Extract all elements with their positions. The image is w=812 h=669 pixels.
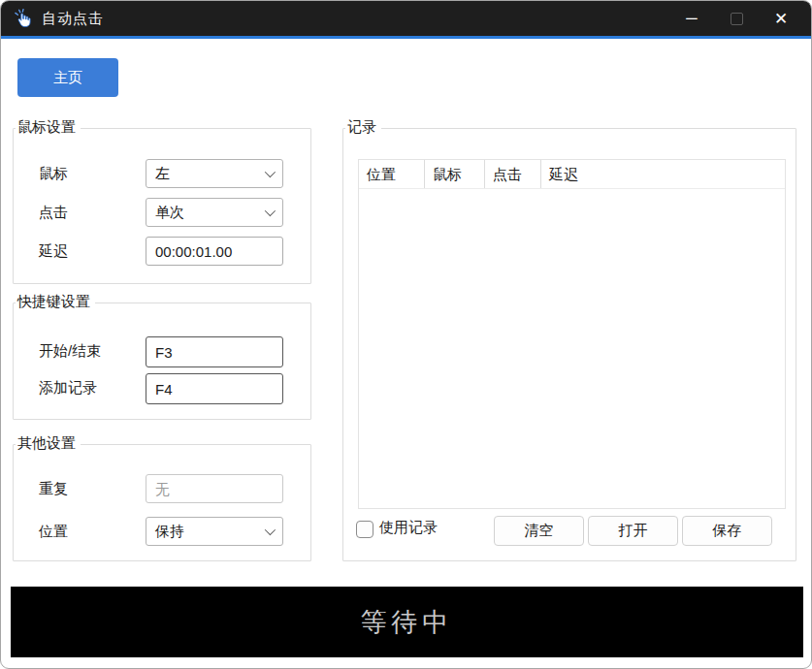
records-group: 记录 位置 鼠标 点击 延迟 使用记录 清空 打开 保存 — [342, 128, 796, 561]
delay-input[interactable] — [146, 237, 283, 266]
start-stop-label: 开始/结束 — [39, 342, 101, 361]
position-value: 保持 — [155, 523, 265, 541]
mouse-settings-group: 鼠标设置 鼠标 左 点击 单次 延迟 — [13, 128, 311, 284]
use-records-checkbox[interactable] — [356, 521, 374, 538]
other-settings-title: 其他设置 — [16, 434, 81, 453]
accent-divider — [1, 36, 811, 39]
window-title: 自动点击 — [42, 10, 104, 28]
hotkey-settings-title: 快捷键设置 — [16, 293, 95, 311]
column-header-click[interactable]: 点击 — [485, 160, 541, 188]
maximize-button — [714, 1, 759, 36]
chevron-down-icon — [265, 525, 276, 535]
clear-button[interactable]: 清空 — [494, 516, 584, 546]
click-hand-icon — [14, 9, 33, 28]
other-settings-group: 其他设置 重复 位置 保持 — [13, 444, 311, 561]
records-table-header: 位置 鼠标 点击 延迟 — [359, 160, 785, 189]
close-button[interactable]: ✕ — [759, 1, 803, 36]
mouse-button-value: 左 — [155, 165, 265, 183]
position-label: 位置 — [39, 523, 68, 541]
chevron-down-icon — [265, 206, 276, 216]
app-window: 自动点击 ─ ✕ 主页 鼠标设置 鼠标 左 点击 单次 延迟 — [0, 0, 812, 669]
mouse-button-select[interactable]: 左 — [146, 159, 283, 188]
delay-label: 延迟 — [39, 242, 68, 261]
click-type-value: 单次 — [155, 204, 265, 222]
close-icon: ✕ — [774, 9, 788, 29]
open-button[interactable]: 打开 — [588, 516, 678, 546]
column-header-delay[interactable]: 延迟 — [541, 160, 785, 188]
start-stop-hotkey-input[interactable] — [146, 336, 283, 367]
mouse-label: 鼠标 — [39, 165, 68, 183]
column-header-mouse[interactable]: 鼠标 — [425, 160, 485, 188]
add-record-label: 添加记录 — [39, 379, 97, 398]
records-title: 记录 — [345, 118, 381, 137]
column-header-position[interactable]: 位置 — [359, 160, 425, 188]
repeat-input[interactable] — [146, 474, 283, 503]
repeat-label: 重复 — [39, 480, 68, 498]
home-tab-button[interactable]: 主页 — [17, 58, 118, 97]
records-list-area[interactable] — [359, 189, 785, 508]
maximize-icon — [731, 13, 743, 25]
minimize-button[interactable]: ─ — [669, 1, 714, 36]
click-label: 点击 — [39, 204, 68, 222]
caption-buttons: ─ ✕ — [669, 1, 803, 36]
minimize-icon: ─ — [686, 10, 697, 27]
click-type-select[interactable]: 单次 — [146, 198, 283, 227]
status-bar: 等待中 — [11, 587, 803, 657]
save-button[interactable]: 保存 — [682, 516, 772, 546]
mouse-settings-title: 鼠标设置 — [16, 118, 81, 137]
add-record-hotkey-input[interactable] — [146, 373, 283, 404]
records-table: 位置 鼠标 点击 延迟 — [358, 159, 786, 509]
title-bar: 自动点击 ─ ✕ — [1, 1, 811, 36]
chevron-down-icon — [265, 167, 276, 177]
position-select[interactable]: 保持 — [146, 517, 283, 546]
use-records-label[interactable]: 使用记录 — [379, 519, 438, 537]
hotkey-settings-group: 快捷键设置 开始/结束 添加记录 — [13, 303, 311, 420]
status-text: 等待中 — [361, 605, 454, 640]
